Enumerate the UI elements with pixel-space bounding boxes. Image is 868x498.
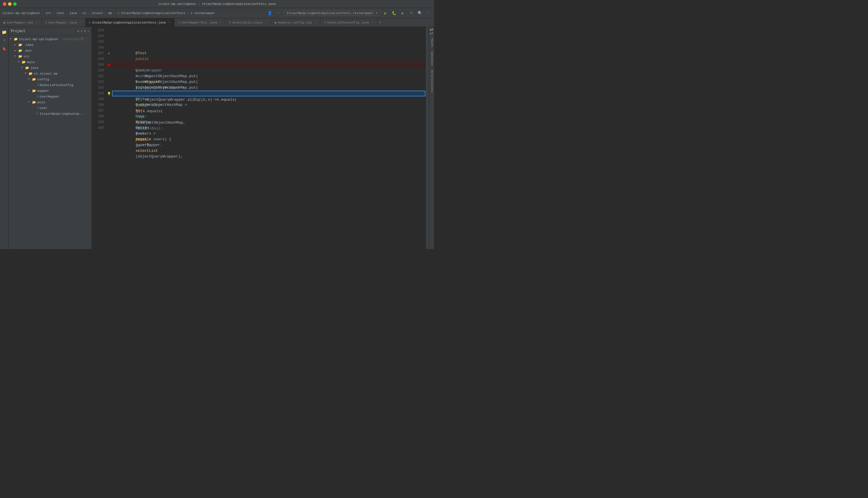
- project-panel-header: Project ⊕ ≡ ⚙ ×: [9, 27, 92, 36]
- minimize-button[interactable]: [8, 2, 12, 6]
- line-numbers: 183 184 185 186 187 188 189 190 191 192 …: [92, 27, 106, 249]
- nav-class-icon: ⚙: [117, 11, 119, 15]
- tree-mvn[interactable]: ▶ 📂 .mvn: [9, 48, 92, 53]
- code-line-192: objectObjectHashMap.put( "password" , nu…: [112, 79, 425, 85]
- tree-root[interactable]: ▼ 📁 itcast-mp-springboot ~/Desktop/项: [9, 36, 92, 42]
- nav-mp[interactable]: mp: [108, 12, 112, 15]
- project-tree: ▼ 📁 itcast-mp-springboot ~/Desktop/项 ▶ 📂…: [9, 36, 92, 249]
- editor-area: 183 184 185 186 187 188 189 190 191 192 …: [92, 27, 429, 249]
- tab-bar: ◈ UserMapper.xml × J UserMapper.java × ⚙…: [0, 18, 434, 27]
- tab-mybatis-config[interactable]: ◈ mybatis-config.xml ×: [271, 18, 321, 27]
- toolbar-right: 👤 ← ItcastMpSpringbootApplicationTests.t…: [267, 10, 434, 16]
- tab-usermapper-test[interactable]: J UserMapperTest.java ×: [174, 18, 225, 27]
- nav-test[interactable]: test: [56, 12, 64, 15]
- nav-java[interactable]: java: [69, 12, 77, 15]
- tree-pojo[interactable]: ▼ 📂 pojo: [9, 99, 92, 105]
- tree-mapper[interactable]: ▼ 📂 mapper: [9, 88, 92, 93]
- bulb-icon[interactable]: 💡: [107, 92, 111, 95]
- errors-count[interactable]: ▲3: [430, 32, 433, 35]
- search-btn[interactable]: 🔍: [417, 10, 423, 16]
- tab-close-icon[interactable]: ×: [313, 21, 317, 24]
- nav-method[interactable]: testWrapper: [194, 12, 215, 15]
- collapse-btn[interactable]: ≡: [81, 29, 83, 33]
- tree-main[interactable]: ▼ 📂 main: [9, 59, 92, 65]
- tab-close-icon[interactable]: ×: [78, 21, 82, 24]
- maven-tab[interactable]: Maven: [429, 36, 434, 49]
- tab-close-icon[interactable]: ×: [167, 21, 171, 24]
- update-btn[interactable]: ↑: [425, 10, 432, 16]
- tab-usermapper-java[interactable]: J UserMapper.java ×: [42, 18, 85, 27]
- java-icon: J: [45, 21, 47, 24]
- close-button[interactable]: [3, 2, 6, 6]
- tree-idea[interactable]: ▶ 📂 .idea: [9, 42, 92, 48]
- notifications-tab[interactable]: Notifications: [429, 68, 434, 95]
- tree-usermapper[interactable]: J UserMapper: [9, 93, 92, 99]
- user-icon[interactable]: 👤: [267, 10, 273, 16]
- code-line-183: [112, 28, 425, 33]
- code-gutter: ▶ 💡: [106, 27, 112, 249]
- code-line-195: [112, 96, 425, 102]
- run-config-selector[interactable]: ItcastMpSpringbootApplicationTests.testW…: [284, 10, 380, 16]
- tab-mybatisplus-config[interactable]: J MybatisPlusConfig.java ×: [321, 18, 377, 27]
- locate-btn[interactable]: ⊕: [78, 29, 79, 33]
- tree-apptest[interactable]: ⚙ ItcastMpSpringbootAp...: [9, 111, 92, 117]
- tab-close-icon[interactable]: ×: [35, 21, 38, 24]
- tree-arrow-icon: ▼: [10, 38, 14, 40]
- nav-project[interactable]: itcast-mp-springboot: [2, 12, 40, 15]
- tree-java[interactable]: ▼ 📂 java: [9, 65, 92, 70]
- code-line-184: [112, 33, 425, 39]
- database-tab[interactable]: Database: [429, 49, 434, 68]
- traffic-lights[interactable]: [3, 2, 17, 6]
- tab-close-icon[interactable]: ×: [264, 21, 268, 24]
- tab-application-tests[interactable]: ⚙ ItcastMpSpringbootApplicationTests.jav…: [86, 18, 174, 27]
- warnings-count[interactable]: ▲4: [430, 28, 433, 31]
- tree-src[interactable]: ▼ 📂 src: [9, 53, 92, 59]
- xml-icon: ◈: [275, 21, 276, 24]
- code-line-196: List < User > users = this .userMapper. …: [112, 102, 425, 108]
- code-content[interactable]: @Test public void testWrapper (){ QueryW…: [112, 27, 425, 249]
- scroll-indicator[interactable]: [425, 27, 429, 249]
- nav-src[interactable]: src: [46, 12, 51, 15]
- code-line-186: @Test: [112, 45, 425, 51]
- project-panel: Project ⊕ ≡ ⚙ × ▼ 📁 itcast-mp-springboot…: [9, 27, 92, 249]
- class-icon: C: [229, 21, 231, 24]
- nav-bar: itcast-mp-springboot › src › test › java…: [0, 11, 267, 15]
- code-line-194: objectQueryWrapper.allEq((k,v)->k.equals…: [112, 91, 425, 96]
- code-line-200: }: [112, 125, 425, 131]
- sidebar-project-icon[interactable]: 📁: [1, 28, 8, 36]
- code-line-188: QueryWrapper < User > objectQueryWrapper…: [112, 56, 425, 62]
- tree-cnitcastmp[interactable]: ▼ 📂 cn.itcast.mp: [9, 70, 92, 76]
- code-line-189: HashMap < String , Object > objectObject…: [112, 62, 425, 68]
- settings-btn[interactable]: ⚙: [84, 29, 86, 33]
- code-line-199: }: [112, 119, 425, 125]
- sidebar-bookmarks-icon[interactable]: 🔖: [1, 45, 8, 52]
- tab-close-icon[interactable]: ×: [218, 21, 222, 24]
- error-dot-icon: [108, 63, 111, 66]
- tab-close-icon[interactable]: ×: [370, 21, 374, 24]
- code-line-197: for ( User user : users) {: [112, 108, 425, 114]
- top-header: itcast-mp-springboot › src › test › java…: [0, 8, 434, 18]
- tree-user[interactable]: J User: [9, 105, 92, 111]
- code-line-191: objectObjectHashMap.put( "age" , "21" );: [112, 74, 425, 79]
- panel-close-btn[interactable]: ×: [87, 29, 89, 33]
- tab-usermapper-xml[interactable]: ◈ UserMapper.xml ×: [0, 18, 42, 27]
- debug-btn[interactable]: 🐛: [391, 10, 397, 16]
- more-run-btn[interactable]: ≡: [408, 10, 414, 16]
- coverage-btn[interactable]: ▶: [400, 10, 406, 16]
- nav-class[interactable]: ItcastMpSpringbootApplicationTests: [121, 12, 185, 15]
- nav-cn[interactable]: cn: [82, 12, 86, 15]
- nav-itcast[interactable]: itcast: [92, 12, 103, 15]
- tree-config[interactable]: ▼ 📂 config: [9, 76, 92, 82]
- sidebar-structure-icon[interactable]: ≡: [1, 37, 8, 44]
- run-btn[interactable]: ▶: [382, 10, 389, 16]
- tree-mybatisplusconfig[interactable]: J MybatisPlusConfig: [9, 82, 92, 88]
- window-title: itcast-mp-springboot – ItcastMpSpringboo…: [158, 2, 275, 6]
- maximize-button[interactable]: [13, 2, 17, 6]
- code-line-198: System .out. println (user);: [112, 114, 425, 119]
- tab-selectbyid[interactable]: C SelectById.class ×: [225, 18, 271, 27]
- xml-icon: ◈: [3, 21, 5, 24]
- java-icon: J: [178, 21, 180, 24]
- more-tabs-btn[interactable]: ▾: [379, 21, 380, 25]
- back-btn[interactable]: ←: [275, 10, 282, 16]
- main-layout: 📁 ≡ 🔖 🔧 Project ⊕ ≡ ⚙ × ▼ 📁 itcast-mp-sp…: [0, 27, 434, 249]
